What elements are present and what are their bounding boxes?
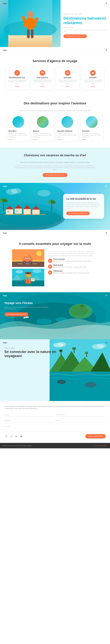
service-circuits-name: NOS CIRCUITS bbox=[33, 77, 52, 78]
hero-cta-button[interactable]: APPRENDRE ENCORE PLUS bbox=[64, 34, 87, 38]
malaisie-name: Malaisie bbox=[33, 130, 53, 132]
svg-rect-16 bbox=[7, 211, 9, 212]
services-menu-icon[interactable]: ≡ bbox=[106, 48, 107, 52]
tips-logo: logo bbox=[3, 232, 7, 234]
choose-title: Choisissez vos vacances de marche ou d'a… bbox=[4, 154, 106, 157]
tips-menu-icon[interactable]: ≡ bbox=[106, 232, 107, 234]
svg-point-35 bbox=[37, 190, 51, 196]
choose-body: Ut enim ad minim veniam, quis nostrud ex… bbox=[15, 165, 95, 170]
svg-point-47 bbox=[30, 262, 31, 263]
linkedin-icon[interactable]: in bbox=[14, 434, 18, 438]
svg-point-32 bbox=[51, 201, 56, 204]
choose-cta-button[interactable]: APPRENDRE ENCORE PLUS bbox=[43, 173, 67, 177]
svg-rect-39 bbox=[18, 264, 22, 264]
form-phone[interactable] bbox=[4, 418, 54, 422]
tip-text-2: Quisque efficitur velit id urna semper, … bbox=[53, 266, 87, 268]
tips-item-1: 01 Proin accumsan Nullam ut turpis urna.… bbox=[48, 258, 97, 263]
svg-point-94 bbox=[72, 347, 76, 350]
form-bottom: f t in ▶ NOUS CONTACTER bbox=[4, 434, 106, 438]
ocean-title: Voyage vers l'Océan bbox=[4, 301, 106, 305]
choose-section: Choisissez vos vacances de marche ou d'a… bbox=[0, 148, 110, 183]
nature-menu-icon[interactable]: ≡ bbox=[106, 341, 107, 344]
malaisie-link[interactable]: SUITE bbox=[33, 139, 53, 140]
indonesie-image bbox=[81, 116, 103, 128]
facebook-icon[interactable]: f bbox=[4, 434, 8, 438]
form-intro: Faites nous part de vos disponibilités. … bbox=[4, 406, 106, 410]
sunny-nav: logo ≡ bbox=[0, 185, 110, 188]
svg-rect-8 bbox=[31, 30, 33, 38]
service-ateliers-link[interactable]: SUITE bbox=[58, 86, 77, 87]
hero-title: Destinations balneaires relaxantes bbox=[64, 16, 107, 25]
service-ateliers-desc: Duis aute irure dolor in reprehenderit i… bbox=[58, 80, 77, 84]
svg-rect-40 bbox=[25, 264, 30, 264]
ocean-cta-button[interactable]: APPRENDRE ENCORE PLUS bbox=[4, 312, 28, 316]
destinations-title: Des destinations pour inspirer l'aventur… bbox=[3, 102, 107, 105]
svg-point-45 bbox=[24, 262, 25, 263]
borabora-image bbox=[7, 116, 29, 128]
hero-content: Agence de Voyage Destinations balneaires… bbox=[61, 0, 110, 47]
nouvelle-name: Nouvelle Calédonie bbox=[57, 130, 77, 132]
nouvelle-link[interactable]: SUITE bbox=[57, 139, 77, 140]
sunny-cta-button[interactable]: APPRENDRE ENCORE PLUS bbox=[66, 212, 90, 215]
tip-text-3: Pellentesque habitant morbi tristique se… bbox=[53, 272, 90, 274]
form-email[interactable] bbox=[56, 418, 106, 422]
form-message[interactable] bbox=[4, 424, 106, 432]
malaisie-photo bbox=[37, 116, 49, 128]
borabora-link[interactable]: SUITE bbox=[8, 139, 28, 140]
destinations-section: Des destinations pour inspirer l'aventur… bbox=[0, 96, 110, 148]
youtube-icon[interactable]: ▶ bbox=[19, 434, 23, 438]
sunny-menu-icon[interactable]: ≡ bbox=[106, 185, 107, 188]
tips-image-1 bbox=[12, 249, 44, 267]
hero-logo: logo bbox=[3, 2, 7, 4]
hero-image bbox=[0, 0, 61, 47]
service-flight-link[interactable]: SUITE bbox=[7, 86, 27, 87]
svg-point-90 bbox=[85, 382, 97, 388]
service-flight-name: RECHERCHE DE VOL bbox=[7, 77, 27, 78]
hero-section: logo ≡ bbox=[0, 0, 110, 47]
service-card-support: 💬 SUPPORT Duis aute irure dolor in repre… bbox=[81, 67, 105, 90]
tip-text-1: Nullam ut turpis urna. Proin accumsan ni… bbox=[53, 260, 92, 262]
ocean-menu-icon[interactable]: ≡ bbox=[106, 294, 107, 297]
tip-number-3: 03 bbox=[48, 270, 52, 274]
svg-rect-4 bbox=[27, 18, 33, 30]
services-section: Services d'agence de voyage ✈ RECHERCHE … bbox=[0, 53, 110, 96]
footer-link[interactable]: Click again et Répétez bbox=[95, 445, 107, 446]
indonesie-link[interactable]: SUITE bbox=[82, 139, 102, 140]
nature-title: Se connecter avec la nature en voyageant bbox=[4, 350, 56, 358]
service-support-link[interactable]: SUITE bbox=[83, 86, 103, 87]
service-flight-desc: Duis aute irure dolor in reprehenderit i… bbox=[7, 80, 27, 84]
submit-button[interactable]: NOUS CONTACTER bbox=[85, 434, 106, 438]
nature-nav: logo ≡ bbox=[0, 341, 110, 344]
twitter-icon[interactable]: t bbox=[9, 434, 13, 438]
tip-number-1: 01 bbox=[48, 259, 52, 263]
tips-item-2: 02 Morbi facilisis Quisque efficitur vel… bbox=[48, 264, 97, 269]
tips-item-3: 03 Pellentesque Pellentesque habitant mo… bbox=[48, 270, 97, 274]
tips-nav: logo ≡ bbox=[0, 230, 110, 236]
svg-rect-2 bbox=[8, 35, 52, 47]
service-support-desc: Duis aute irure dolor in reprehenderit i… bbox=[83, 80, 103, 84]
nouvelle-image bbox=[56, 116, 79, 128]
form-section: Faites nous part de vos disponibilités. … bbox=[0, 401, 110, 443]
svg-rect-19 bbox=[16, 210, 18, 212]
svg-point-70 bbox=[33, 269, 41, 273]
footer-text: Entrez ici: Ceci is some de texte. Click… bbox=[3, 445, 32, 446]
borabora-photo bbox=[12, 116, 24, 128]
support-icon: 💬 bbox=[90, 70, 96, 76]
svg-point-69 bbox=[16, 270, 23, 274]
tip-title-2: Morbi facilisis bbox=[53, 264, 87, 266]
malaisie-image bbox=[31, 116, 54, 128]
svg-rect-22 bbox=[32, 210, 40, 215]
svg-point-96 bbox=[85, 352, 88, 354]
nature-section: logo ≡ Image de Freepik Se connecter ave… bbox=[0, 339, 110, 401]
service-circuits-link[interactable]: SUITE bbox=[33, 86, 52, 87]
destination-nouvelle-caledonie: Nouvelle Calédonie Sample text. Click to… bbox=[56, 115, 79, 142]
tips-image-2 bbox=[12, 269, 44, 286]
svg-point-100 bbox=[97, 344, 106, 348]
tips-images bbox=[12, 249, 44, 286]
hamburger-icon[interactable]: ≡ bbox=[106, 2, 107, 5]
form-lastname[interactable] bbox=[56, 412, 106, 417]
nouvelle-photo bbox=[61, 116, 73, 128]
sunny-card-desc: Lorem ipsum dolor sit amet, consectetur … bbox=[66, 202, 101, 210]
form-firstname[interactable] bbox=[4, 412, 54, 417]
service-support-name: SUPPORT bbox=[83, 77, 103, 78]
